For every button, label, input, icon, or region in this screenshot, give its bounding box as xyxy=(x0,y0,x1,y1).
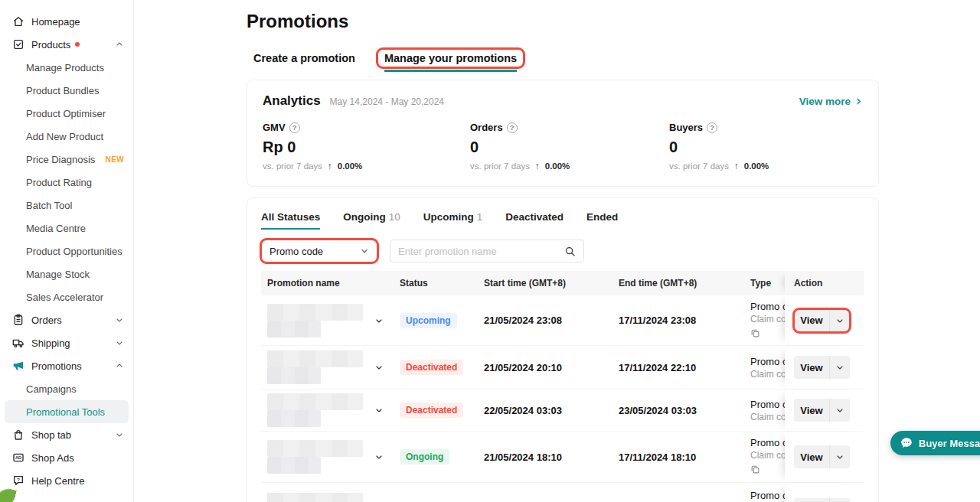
status-tab-label: Ended xyxy=(586,211,618,223)
sidebar-item-sales-accelerator[interactable]: Sales Accelerator xyxy=(0,285,133,308)
chevron-down-icon xyxy=(115,338,124,347)
status-badge: Deactivated xyxy=(400,403,463,418)
sidebar-item-shop-ads[interactable]: ADShop Ads xyxy=(0,446,133,469)
copy-icon[interactable] xyxy=(750,464,785,478)
status-tab-count: 10 xyxy=(389,211,400,223)
sidebar-item-promotions[interactable]: Promotions xyxy=(0,354,133,377)
help-circle-icon[interactable]: ? xyxy=(289,122,300,133)
trend-up-arrow-icon: ↑ xyxy=(328,161,332,171)
column-header-status: Status xyxy=(400,278,484,288)
home-icon xyxy=(12,15,24,28)
sidebar-item-campaigns[interactable]: Campaigns xyxy=(0,377,133,400)
sidebar-item-label: Product Optimiser xyxy=(26,108,106,119)
sidebar-item-products[interactable]: Products xyxy=(0,33,133,56)
expand-row-chevron-icon[interactable] xyxy=(374,406,400,415)
view-button[interactable]: View xyxy=(794,498,830,502)
metric-label: GMV xyxy=(263,122,286,133)
tab-manage-your-promotions-wrap: Manage your promotions xyxy=(377,49,524,67)
main-content: Promotions Create a promotionManage your… xyxy=(135,0,980,502)
start-time: 21/05/2024 18:10 xyxy=(484,451,619,463)
status-tab-all-statuses[interactable]: All Statuses xyxy=(261,211,320,230)
status-tab-label: Upcoming xyxy=(423,211,474,223)
sidebar-item-shop-tab[interactable]: Shop tab xyxy=(0,423,133,446)
sidebar-item-batch-tool[interactable]: Batch Tool xyxy=(0,194,133,217)
sidebar-item-label: Product Rating xyxy=(26,177,92,188)
expand-row-chevron-icon[interactable] xyxy=(374,363,400,372)
tab-manage-your-promotions[interactable]: Manage your promotions xyxy=(384,47,517,72)
shop-tab-icon xyxy=(12,429,24,441)
sidebar-item-manage-products[interactable]: Manage Products xyxy=(0,56,133,79)
view-button[interactable]: View xyxy=(794,309,830,332)
type-primary: Promo code xyxy=(750,398,785,411)
trend-up-arrow-icon: ↑ xyxy=(734,161,739,171)
sidebar-item-label: Manage Products xyxy=(26,62,104,73)
metric-value: 0 xyxy=(669,139,863,156)
status-tab-count: 1 xyxy=(477,211,483,223)
sidebar-item-shipping[interactable]: Shipping xyxy=(0,331,133,354)
analytics-title: Analytics xyxy=(263,93,321,109)
metric-gmv: GMV?Rp 0vs. prior 7 days↑0.00% xyxy=(263,122,470,171)
metric-buyers: Buyers?0vs. prior 7 days↑0.00% xyxy=(669,122,863,171)
view-dropdown-button[interactable] xyxy=(830,356,850,379)
tab-create-a-promotion-wrap: Create a promotion xyxy=(247,49,362,67)
promotion-name-redacted xyxy=(261,350,374,384)
copy-icon[interactable] xyxy=(750,328,785,341)
view-button[interactable]: View xyxy=(794,445,830,468)
promotions-icon xyxy=(12,360,24,372)
sidebar-item-media-centre[interactable]: Media Centre xyxy=(0,217,133,240)
chevron-down-icon xyxy=(360,246,369,256)
help-circle-icon[interactable]: ? xyxy=(507,122,518,133)
promotion-name-redacted xyxy=(261,393,374,427)
sidebar-item-manage-stock[interactable]: Manage Stock xyxy=(0,262,133,285)
metric-value: Rp 0 xyxy=(263,139,470,156)
sidebar-item-homepage[interactable]: Homepage xyxy=(0,10,133,33)
status-tab-deactivated[interactable]: Deactivated xyxy=(505,211,564,230)
page-tabs: Create a promotionManage your promotions xyxy=(247,49,980,67)
sidebar-item-add-new-product[interactable]: Add New Product xyxy=(0,125,133,148)
notification-dot xyxy=(75,42,80,47)
column-header-end-time-gmt-8: End time (GMT+8) xyxy=(619,278,750,288)
sidebar-item-label: Manage Stock xyxy=(26,269,90,280)
view-dropdown-button[interactable] xyxy=(830,309,850,332)
sidebar-item-price-diagnosis[interactable]: Price DiagnosisNEW xyxy=(0,148,133,171)
sidebar-item-label: Product Opportunities xyxy=(26,246,122,257)
view-dropdown-button[interactable] xyxy=(830,498,850,502)
status-tab-upcoming[interactable]: Upcoming1 xyxy=(423,211,483,230)
status-tab-ended[interactable]: Ended xyxy=(586,211,618,230)
sidebar-item-product-optimiser[interactable]: Product Optimiser xyxy=(0,102,133,125)
buyer-messages-button[interactable]: Buyer Messages xyxy=(890,431,980,455)
search-icon[interactable] xyxy=(564,246,576,257)
expand-row-chevron-icon[interactable] xyxy=(374,316,400,325)
sidebar-item-help-centre[interactable]: ?Help Centre xyxy=(0,469,133,492)
sidebar-item-product-bundles[interactable]: Product Bundles xyxy=(0,79,133,102)
sidebar-item-promotional-tools[interactable]: Promotional Tools xyxy=(5,400,129,423)
help-circle-icon[interactable]: ? xyxy=(707,122,717,133)
sidebar-item-label: Price Diagnosis xyxy=(26,154,95,165)
view-button[interactable]: View xyxy=(794,356,830,379)
sidebar-item-orders[interactable]: Orders xyxy=(0,308,133,331)
promotion-name-redacted xyxy=(261,440,374,474)
buyer-messages-label: Buyer Messages xyxy=(919,438,980,449)
search-input[interactable] xyxy=(398,246,558,257)
expand-row-chevron-icon[interactable] xyxy=(374,452,400,461)
view-button[interactable]: View xyxy=(794,399,830,422)
start-time: 22/05/2024 03:03 xyxy=(484,405,619,416)
sidebar-item-label: Orders xyxy=(31,315,62,326)
filter-row: Promo code xyxy=(261,240,864,262)
view-dropdown-button[interactable] xyxy=(830,445,850,468)
type-cell: Promo codeClaim code xyxy=(750,398,785,423)
action-cell: View xyxy=(785,346,864,389)
status-tab-ongoing[interactable]: Ongoing10 xyxy=(343,211,400,230)
shop-ads-icon: AD xyxy=(12,451,24,464)
sidebar-item-product-rating[interactable]: Product Rating xyxy=(0,171,133,194)
column-header-promotion-name: Promotion name xyxy=(261,278,374,288)
promo-type-select[interactable]: Promo code xyxy=(261,240,377,262)
metric-orders: Orders?0vs. prior 7 days↑0.00% xyxy=(470,122,669,171)
view-dropdown-button[interactable] xyxy=(830,399,850,422)
sidebar-item-label: Media Centre xyxy=(26,223,86,234)
view-more-link[interactable]: View more xyxy=(799,96,863,107)
analytics-card: Analytics May 14,2024 - May 20,2024 View… xyxy=(247,80,879,187)
tab-create-a-promotion[interactable]: Create a promotion xyxy=(253,47,355,70)
sidebar-item-product-opportunities[interactable]: Product Opportunities xyxy=(0,240,133,262)
metric-label: Buyers xyxy=(669,122,703,133)
